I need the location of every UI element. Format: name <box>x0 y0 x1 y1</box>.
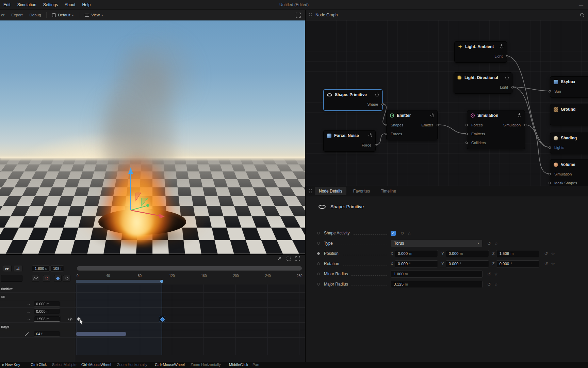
node-ground[interactable]: Ground Groun <box>550 104 588 125</box>
keyframe-diamond[interactable] <box>317 252 320 255</box>
position-z-track-input[interactable]: 1.508m <box>34 316 60 322</box>
shape-activity-checkbox[interactable]: ✓ <box>391 231 396 236</box>
truncated-render-button[interactable]: er <box>0 10 8 20</box>
output-port[interactable] <box>511 86 514 89</box>
preset-dropdown[interactable]: Default▾ <box>49 10 77 20</box>
reset-icon[interactable]: ↺ <box>487 272 491 277</box>
favorite-icon[interactable]: ☆ <box>494 282 498 287</box>
time-display[interactable]: 1.800s <box>32 265 50 272</box>
input-port-colliders[interactable] <box>466 142 468 144</box>
output-port[interactable] <box>381 103 384 106</box>
axis-x-handle[interactable] <box>131 210 159 216</box>
search-icon[interactable] <box>580 13 585 17</box>
loop-toggle[interactable]: ⇄ <box>14 265 22 272</box>
position-y-track-input[interactable]: 0.000m <box>34 308 60 314</box>
reset-icon[interactable]: ↺ <box>487 282 491 287</box>
input-port-simulation[interactable] <box>549 173 551 175</box>
panel-grip-icon[interactable] <box>309 189 312 193</box>
selected-keyframe-marker[interactable] <box>159 316 165 322</box>
position-x-track-input[interactable]: 0.000m <box>34 301 60 307</box>
node-skybox[interactable]: Skybox SunSkybo <box>550 76 588 98</box>
plane-handle-red[interactable] <box>136 193 141 201</box>
input-port-emitters[interactable] <box>466 133 468 135</box>
image-range-bar[interactable] <box>76 332 126 336</box>
keyframe-bullet[interactable] <box>317 242 320 245</box>
power-toggle[interactable] <box>369 134 372 137</box>
position-z-input[interactable]: 1.508m <box>496 250 539 257</box>
output-port[interactable] <box>437 124 439 126</box>
image-length-input[interactable]: 64f <box>34 331 60 337</box>
power-toggle[interactable] <box>430 114 434 117</box>
axis-x-arrow[interactable] <box>159 213 165 218</box>
keyframe-bullet[interactable] <box>317 283 320 286</box>
menu-settings[interactable]: Settings <box>40 0 61 10</box>
menu-edit[interactable]: Edit <box>0 0 14 10</box>
delete-key-icon[interactable] <box>43 275 50 282</box>
position-x-input[interactable]: 0.000m <box>395 250 438 257</box>
input-port-lights[interactable] <box>549 147 551 149</box>
export-button[interactable]: Export <box>8 10 26 20</box>
snap-key-icon[interactable] <box>63 275 70 282</box>
fullscreen-icon[interactable] <box>295 256 300 261</box>
position-y-input[interactable]: 0.000m <box>446 250 489 257</box>
input-port-forces[interactable] <box>385 133 387 135</box>
keyframe-bullet[interactable] <box>317 232 320 234</box>
tab-node-details[interactable]: Node Details <box>315 187 346 195</box>
output-port[interactable] <box>375 144 377 147</box>
reset-icon[interactable]: ↺ <box>401 231 404 236</box>
axis-y-handle[interactable] <box>131 206 146 210</box>
type-dropdown[interactable]: Torus▾ <box>391 240 483 247</box>
play-button[interactable]: ▶▶ <box>3 265 12 272</box>
node-simulation[interactable]: Simulation ForcesSimulation Emitters Col… <box>467 110 525 149</box>
diagonal-resize-icon[interactable] <box>277 256 282 261</box>
node-volume[interactable]: Volume Simulation Mask Shapes <box>550 159 588 186</box>
menu-help[interactable]: Help <box>79 0 94 10</box>
reset-icon[interactable]: ↺ <box>544 251 548 256</box>
major-radius-input[interactable]: 3.125m <box>391 281 483 288</box>
tab-favorites[interactable]: Favorites <box>349 187 374 195</box>
debug-button[interactable]: Debug <box>26 10 44 20</box>
axis-y-dot[interactable] <box>146 204 149 207</box>
node-emitter[interactable]: Emitter ShapesEmitter Forces <box>386 110 438 140</box>
playhead-handle[interactable] <box>160 280 163 283</box>
node-shape-primitive[interactable]: Shape: Primitive Shape <box>323 89 382 111</box>
rotation-y-input[interactable]: 0.000° <box>446 260 489 267</box>
keyframe-bullet[interactable] <box>317 273 320 275</box>
node-shading[interactable]: Shading LightsShad <box>550 133 588 154</box>
axis-z-arrow[interactable] <box>128 167 133 174</box>
node-light-directional[interactable]: Light: Directional Light <box>454 72 512 94</box>
power-toggle[interactable] <box>500 45 503 48</box>
viewport-3d[interactable] <box>0 20 305 254</box>
timeline-field[interactable] <box>1 275 22 282</box>
loop-region-bar[interactable] <box>76 280 162 283</box>
node-light-ambient[interactable]: Light: Ambient Light <box>454 41 507 63</box>
power-toggle[interactable] <box>375 93 379 96</box>
favorite-icon[interactable]: ☆ <box>407 231 411 236</box>
input-port[interactable] <box>549 90 551 93</box>
view-dropdown[interactable]: View▾ <box>81 10 106 20</box>
reset-icon[interactable]: ↺ <box>487 241 491 246</box>
minimize-icon[interactable]: — <box>579 2 583 7</box>
input-port-forces[interactable] <box>466 124 468 126</box>
reset-icon[interactable]: ↺ <box>544 261 548 266</box>
power-toggle[interactable] <box>518 114 521 117</box>
timeline-zoom-scrollbar[interactable] <box>77 266 302 271</box>
visibility-eye-icon[interactable] <box>68 317 73 321</box>
node-force-noise[interactable]: Force: Noise Force <box>323 130 376 152</box>
tab-timeline[interactable]: Timeline <box>377 187 400 195</box>
add-key-icon[interactable] <box>54 275 62 282</box>
power-toggle[interactable] <box>505 76 509 79</box>
rotation-x-input[interactable]: 0.000° <box>395 260 438 267</box>
rotation-z-input[interactable]: 0.000° <box>496 260 539 267</box>
keyframe-bullet[interactable] <box>317 262 320 265</box>
favorite-icon[interactable]: ☆ <box>494 241 498 246</box>
favorite-icon[interactable]: ☆ <box>551 251 555 256</box>
menu-about[interactable]: About <box>61 0 79 10</box>
input-port-mask-shapes[interactable] <box>549 182 551 184</box>
input-port-shapes[interactable] <box>385 124 387 126</box>
menu-simulation[interactable]: Simulation <box>14 0 40 10</box>
transform-gizmo[interactable] <box>0 20 305 254</box>
maximize-viewport-icon[interactable] <box>296 13 301 18</box>
frame-display[interactable]: 108f <box>50 265 64 272</box>
favorite-icon[interactable]: ☆ <box>551 261 555 266</box>
